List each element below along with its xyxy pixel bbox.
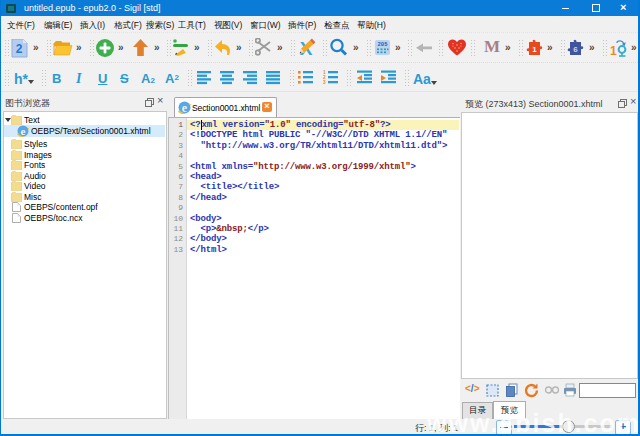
svg-text:e: e bbox=[182, 101, 188, 114]
svg-text:2: 2 bbox=[16, 42, 23, 56]
svg-text:3: 3 bbox=[323, 80, 326, 85]
svg-text:e: e bbox=[21, 125, 26, 137]
svg-text:1: 1 bbox=[532, 45, 537, 54]
svg-text:6: 6 bbox=[573, 45, 578, 54]
svg-text:205: 205 bbox=[378, 41, 389, 48]
svg-text:1: 1 bbox=[610, 44, 617, 58]
